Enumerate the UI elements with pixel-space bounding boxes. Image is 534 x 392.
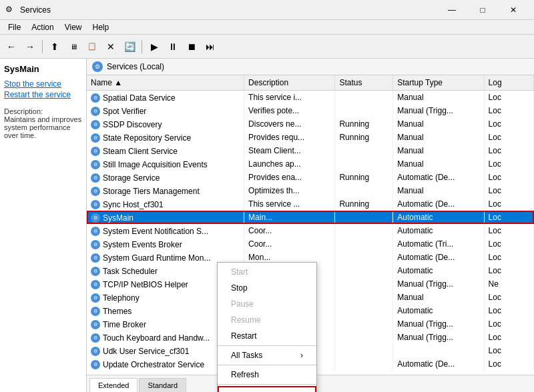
context-menu-item-start: Start <box>218 264 316 280</box>
context-menu-separator <box>218 345 316 346</box>
menu-action[interactable]: Action <box>26 21 59 33</box>
service-name-cell: ⚙System Events Broker <box>87 237 244 251</box>
separator-1 <box>42 40 43 53</box>
service-log-cell: Loc <box>484 291 533 304</box>
service-desc-cell: This service ... <box>244 197 335 211</box>
menu-file[interactable]: File <box>3 21 26 33</box>
refresh-button[interactable]: 🔄 <box>121 38 138 55</box>
service-startup-cell: Automatic (De... <box>393 251 484 264</box>
service-desc-cell: Provides requ... <box>244 131 335 144</box>
service-name-cell: ⚙Spot Verifier <box>87 104 244 117</box>
service-startup-cell: Automatic (De... <box>393 357 484 371</box>
context-menu-item-stop[interactable]: Stop <box>218 280 316 296</box>
table-row[interactable]: ⚙Spatial Data ServiceThis service i...Ma… <box>87 91 534 105</box>
context-menu-item-pause: Pause <box>218 296 316 312</box>
stop-service-button[interactable]: ⏹ <box>183 38 200 55</box>
context-menu-item-all-tasks[interactable]: All Tasks› <box>218 347 316 363</box>
service-status-cell <box>335 144 393 157</box>
table-row[interactable]: ⚙Spot VerifierVerifies pote...Manual (Tr… <box>87 104 534 117</box>
service-log-cell: Loc <box>484 264 533 277</box>
context-menu-item-refresh[interactable]: Refresh <box>218 367 316 383</box>
table-row[interactable]: ⚙Storage ServiceProvides ena...RunningAu… <box>87 171 534 184</box>
app-icon: ⚙ <box>5 5 16 15</box>
desc-label: Description:Maintains and improves syste… <box>4 107 81 139</box>
table-row[interactable]: ⚙Still Image Acquisition EventsLaunches … <box>87 157 534 171</box>
col-header-startup[interactable]: Startup Type <box>393 75 484 91</box>
service-log-cell: Loc <box>484 251 533 264</box>
show-hide-button[interactable]: 🖥 <box>65 38 82 55</box>
service-log-cell: Loc <box>484 224 533 237</box>
service-startup-cell: Automatic (Tri... <box>393 237 484 251</box>
service-startup-cell: Automatic <box>393 264 484 277</box>
service-log-cell: Loc <box>484 104 533 117</box>
minimize-button[interactable]: — <box>437 0 467 20</box>
close-button[interactable]: ✕ <box>498 0 529 20</box>
service-status-cell <box>335 224 393 237</box>
back-button[interactable]: ← <box>3 38 20 55</box>
table-row[interactable]: ⚙SysMainMain...AutomaticLoc <box>87 211 534 224</box>
delete-button[interactable]: ✕ <box>102 38 119 55</box>
service-startup-cell: Automatic <box>393 304 484 317</box>
maximize-button[interactable]: □ <box>467 0 498 20</box>
services-header-title: Services (Local) <box>107 62 164 71</box>
forward-button[interactable]: → <box>21 38 39 55</box>
col-header-name[interactable]: Name ▲ <box>87 75 244 91</box>
service-startup-cell: Automatic <box>393 211 484 224</box>
service-log-cell: Loc <box>484 117 533 131</box>
service-desc-cell: Main... <box>244 211 335 224</box>
up-button[interactable]: ⬆ <box>46 38 63 55</box>
toolbar: ← → ⬆ 🖥 📋 ✕ 🔄 ▶ ⏸ ⏹ ⏭ <box>0 35 534 59</box>
services-header-icon: ⚙ <box>92 61 103 72</box>
window-controls: — □ ✕ <box>437 0 529 20</box>
table-row[interactable]: ⚙Sync Host_cf301This service ...RunningA… <box>87 197 534 211</box>
properties-button[interactable]: 📋 <box>83 38 101 55</box>
service-log-cell: Loc <box>484 91 533 105</box>
service-log-cell: Loc <box>484 184 533 197</box>
context-menu-item-properties[interactable]: Properties <box>218 386 316 392</box>
title-bar: ⚙ Services — □ ✕ <box>0 0 534 20</box>
service-status-cell: Running <box>335 117 393 131</box>
service-name-cell: ⚙Steam Client Service <box>87 144 244 157</box>
tab-standard[interactable]: Standard <box>139 378 186 392</box>
stop-service-link[interactable]: Stop the service <box>4 79 82 89</box>
service-status-cell <box>335 291 393 304</box>
table-row[interactable]: ⚙System Event Notification S...Coor...Au… <box>87 224 534 237</box>
menu-help[interactable]: Help <box>87 21 115 33</box>
service-log-cell: Ne <box>484 277 533 291</box>
service-startup-cell: Automatic (De... <box>393 171 484 184</box>
window-title: Services <box>20 5 437 15</box>
service-status-cell <box>335 91 393 105</box>
service-status-cell <box>335 317 393 331</box>
context-menu-item-restart[interactable]: Restart <box>218 328 316 344</box>
service-desc-cell: Discovers ne... <box>244 117 335 131</box>
table-row[interactable]: ⚙SSDP DiscoveryDiscovers ne...RunningMan… <box>87 117 534 131</box>
service-startup-cell <box>393 344 484 357</box>
col-header-status[interactable]: Status <box>335 75 393 91</box>
col-header-desc[interactable]: Description <box>244 75 335 91</box>
service-name-cell: ⚙State Repository Service <box>87 131 244 144</box>
table-row[interactable]: ⚙System Events BrokerCoor...Automatic (T… <box>87 237 534 251</box>
service-log-cell: Loc <box>484 197 533 211</box>
col-header-log[interactable]: Log <box>484 75 533 91</box>
service-startup-cell: Automatic <box>393 224 484 237</box>
menu-view[interactable]: View <box>59 21 87 33</box>
tab-extended[interactable]: Extended <box>89 378 138 392</box>
menu-bar: File Action View Help <box>0 20 534 35</box>
service-log-cell: Loc <box>484 304 533 317</box>
start-service-button[interactable]: ▶ <box>146 38 163 55</box>
pause-service-button[interactable]: ⏸ <box>164 38 182 55</box>
service-startup-cell: Manual (Trigg... <box>393 317 484 331</box>
service-name-cell: ⚙SysMain <box>87 211 244 224</box>
restart-service-link[interactable]: Restart the service <box>4 90 82 99</box>
table-row[interactable]: ⚙Storage Tiers ManagementOptimizes th...… <box>87 184 534 197</box>
restart-service-button[interactable]: ⏭ <box>202 38 219 55</box>
service-desc-cell: Steam Client... <box>244 144 335 157</box>
service-startup-cell: Manual (Trigg... <box>393 104 484 117</box>
service-status-cell <box>335 211 393 224</box>
service-log-cell: Loc <box>484 317 533 331</box>
service-startup-cell: Manual (Trigg... <box>393 277 484 291</box>
table-row[interactable]: ⚙State Repository ServiceProvides requ..… <box>87 131 534 144</box>
table-row[interactable]: ⚙Steam Client ServiceSteam Client...Manu… <box>87 144 534 157</box>
service-log-cell: Loc <box>484 211 533 224</box>
service-status-cell: Running <box>335 171 393 184</box>
